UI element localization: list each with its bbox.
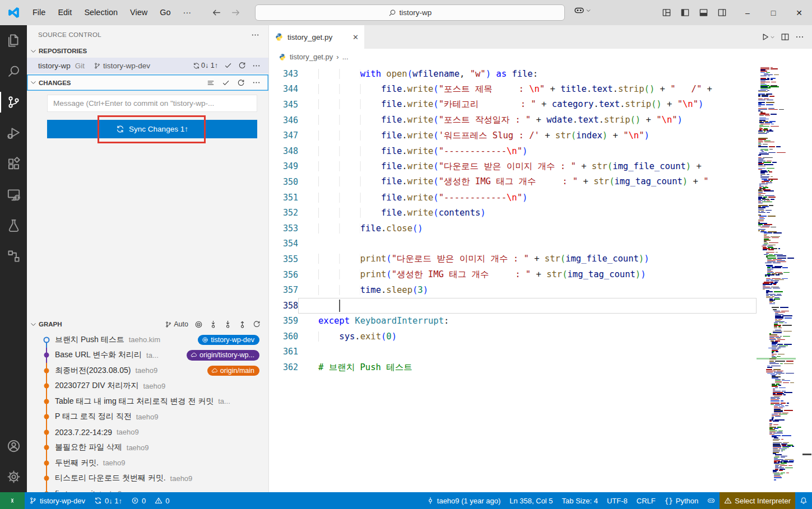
encoding[interactable]: UTF-8 <box>602 492 632 509</box>
code-line[interactable]: 351 file.write("------------\n") <box>269 190 757 206</box>
commit-check-icon[interactable] <box>224 62 232 69</box>
target-icon[interactable] <box>194 320 203 329</box>
repositories-section-header[interactable]: REPOSITORIES <box>27 44 268 58</box>
refresh-icon[interactable] <box>238 62 246 69</box>
menu-go[interactable]: Go <box>154 0 177 25</box>
forward-arrow-icon[interactable] <box>229 6 242 20</box>
code-line[interactable]: 350 file.write("생성한 IMG 태그 개수 : " + str(… <box>269 174 757 190</box>
graph-section-header[interactable]: GRAPH Auto <box>27 316 268 332</box>
back-arrow-icon[interactable] <box>210 6 223 20</box>
cursor-position[interactable]: Ln 358, Col 5 <box>505 492 557 509</box>
code-line[interactable]: 354 <box>269 236 757 252</box>
command-center-search[interactable]: tistory-wp <box>255 4 565 21</box>
code-line[interactable]: 352 file.write(contents) <box>269 205 757 221</box>
commit-row[interactable]: 브랜치 Push 테스트taeho.kimtistory-wp-dev <box>27 332 268 348</box>
code-line[interactable]: 348 file.write("------------\n") <box>269 143 757 159</box>
commit-row[interactable]: 불필요한 파일 삭제taeho9 <box>27 440 268 456</box>
branch-badge[interactable]: origin/tistory-wp... <box>187 350 259 361</box>
copilot-status[interactable] <box>703 492 720 509</box>
toggle-secondary-sidebar-icon[interactable] <box>717 8 727 17</box>
code-line[interactable]: 353 file.close() <box>269 221 757 236</box>
more-actions-icon[interactable] <box>795 32 804 41</box>
code-line[interactable]: 343 with open(wfilename, "w") as file: <box>269 66 757 82</box>
more-actions-icon[interactable] <box>252 78 261 87</box>
pull-icon[interactable] <box>224 320 232 329</box>
maximize-button[interactable]: □ <box>760 0 786 25</box>
toggle-panel-icon[interactable] <box>699 8 708 17</box>
changes-section-header[interactable]: CHANGES <box>27 74 268 91</box>
minimap[interactable] <box>757 66 796 492</box>
run-python-file-button[interactable] <box>760 32 775 41</box>
commit-row[interactable]: 두번째 커밋.taeho9 <box>27 455 268 471</box>
repo-sync-status[interactable]: 0↓ 1↑ <box>193 62 218 69</box>
commit-message-input[interactable] <box>47 95 257 112</box>
customize-layout-icon[interactable] <box>662 8 671 17</box>
activity-item-account-icon[interactable] <box>0 431 27 461</box>
view-as-list-icon[interactable] <box>207 79 215 87</box>
commit-row[interactable]: 최종버전(2023.08.05)taeho9origin/main <box>27 363 268 379</box>
commit-row[interactable]: P 태그 로직 정리 직전taeho9 <box>27 409 268 425</box>
menu-selection[interactable]: Selection <box>78 0 124 25</box>
sync-status[interactable]: 0↓ 1↑ <box>90 492 127 509</box>
code-line[interactable]: 362# 브랜치 Push 테스트 <box>269 359 757 375</box>
split-editor-icon[interactable] <box>781 32 790 41</box>
branch-status[interactable]: tistory-wp-dev <box>25 492 90 509</box>
remote-indicator[interactable] <box>0 492 25 509</box>
menu-edit[interactable]: Edit <box>52 0 78 25</box>
activity-item-search-icon[interactable] <box>0 56 27 87</box>
sync-changes-button[interactable]: Sync Changes 1↑ <box>47 120 257 138</box>
code-line[interactable]: 361 <box>269 344 757 360</box>
commit-row[interactable]: 2023.7.22-14:29taeho9 <box>27 424 268 440</box>
code-line[interactable]: 358 <box>269 298 757 314</box>
problems-warnings[interactable]: 0 <box>150 492 174 509</box>
activity-item-explorer-icon[interactable] <box>0 25 27 56</box>
code-line[interactable]: 349 file.write("다운로드 받은 이미지 개수 : " + str… <box>269 159 757 175</box>
commit-row[interactable]: Table 태그 내 img 태그 처리로직 변경 전 커밋ta... <box>27 394 268 409</box>
minimize-button[interactable]: – <box>735 0 760 25</box>
repository-row[interactable]: tistory-wp Git tistory-wp-dev 0↓ 1↑ <box>27 58 268 73</box>
commit-row[interactable]: Base URL 변수화 처리리ta...origin/tistory-wp..… <box>27 348 268 363</box>
activity-item-source-control-icon[interactable] <box>0 87 27 118</box>
fetch-icon[interactable] <box>209 320 217 329</box>
code-line[interactable]: 359except KeyboardInterrupt: <box>269 314 757 329</box>
activity-item-remote-explorer-icon[interactable] <box>0 179 27 210</box>
menu-view[interactable]: View <box>124 0 154 25</box>
commit-row[interactable]: 20230727 DIV 처리까지taeho9 <box>27 379 268 394</box>
activity-item-extensions-icon[interactable] <box>0 148 27 179</box>
commit-row[interactable]: first committaeho9 <box>27 486 268 492</box>
code-line[interactable]: 346 file.write("포스트 작성일자 : " + wdate.tex… <box>269 113 757 128</box>
commit-row[interactable]: 티스토리 다운로드 첫번째 커밋.taeho9 <box>27 471 268 487</box>
close-tab-icon[interactable]: ✕ <box>352 33 359 41</box>
blame-status[interactable]: taeho9 (1 year ago) <box>422 492 505 509</box>
push-icon[interactable] <box>238 320 247 329</box>
language-mode[interactable]: {}Python <box>660 492 703 509</box>
code-line[interactable]: 344 file.write("포스트 제목 : \n" + title.tex… <box>269 82 757 97</box>
notifications[interactable] <box>795 492 812 509</box>
more-actions-icon[interactable] <box>252 62 261 70</box>
commit-check-icon[interactable] <box>222 79 230 87</box>
editor-scrollbar[interactable] <box>796 65 812 492</box>
toggle-primary-sidebar-icon[interactable] <box>680 8 690 17</box>
graph-auto-toggle[interactable]: Auto <box>165 320 188 328</box>
select-interpreter[interactable]: Select Interpreter <box>720 492 795 509</box>
tab-tistory-get[interactable]: tistory_get.py ✕ <box>269 25 364 49</box>
refresh-icon[interactable] <box>237 79 245 87</box>
code-line[interactable]: 357 time.sleep(3) <box>269 282 757 298</box>
code-line[interactable]: 356 print("생성한 IMG 태그 개수 : " + str(img_t… <box>269 267 757 283</box>
code-line[interactable]: 345 file.write("카테고리 : " + category.text… <box>269 97 757 113</box>
menu-file[interactable]: File <box>26 0 52 25</box>
eol[interactable]: CRLF <box>632 492 660 509</box>
close-button[interactable]: ✕ <box>786 0 812 25</box>
activity-item-references-icon[interactable] <box>0 241 27 272</box>
code-line[interactable]: 355 print("다운로드 받은 이미지 개수 : " + str(img_… <box>269 251 757 267</box>
menu-overflow[interactable]: ··· <box>177 0 198 25</box>
code-area[interactable]: 343 with open(wfilename, "w") as file:34… <box>269 65 812 492</box>
copilot-menu[interactable] <box>574 5 591 16</box>
refresh-icon[interactable] <box>253 320 261 328</box>
breadcrumb[interactable]: tistory_get.py › ... <box>269 49 812 65</box>
activity-item-run-debug-icon[interactable] <box>0 118 27 148</box>
code-line[interactable]: 360 sys.exit(0) <box>269 329 757 344</box>
activity-item-settings-gear-icon[interactable] <box>0 461 27 492</box>
activity-item-test-icon[interactable] <box>0 210 27 241</box>
code-line[interactable]: 347 file.write('워드프레스 Slug : /' + str(in… <box>269 128 757 143</box>
